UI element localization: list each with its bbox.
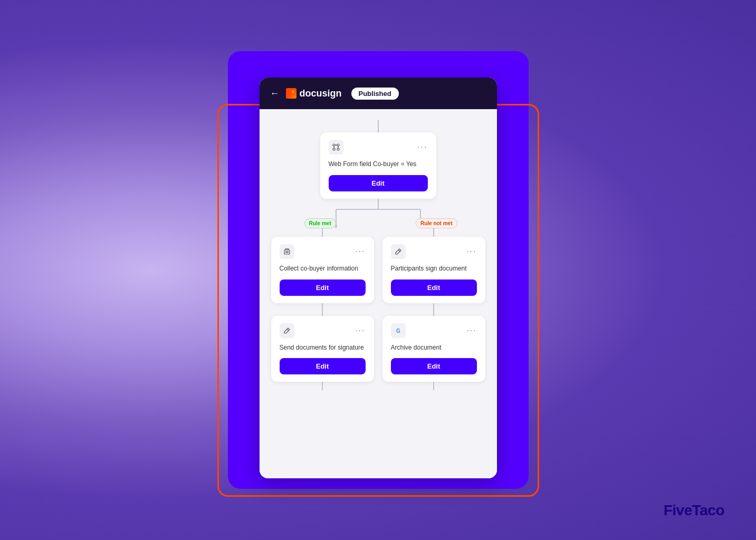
collect-more-button[interactable]: ···	[355, 247, 365, 256]
archive-doc-edit-button[interactable]: Edit	[391, 358, 477, 374]
app-name: docusign	[300, 88, 342, 99]
participants-sign-label: Participants sign document	[391, 264, 477, 273]
svg-line-22	[398, 250, 400, 252]
outer-card: ← docusign Published	[228, 51, 529, 489]
left-bottom-connector	[322, 382, 323, 390]
send-documents-card: ··· Send documents for signature Edit	[271, 316, 374, 382]
right-branch: ··· Participants sign document Edit	[382, 228, 485, 316]
fivetaco-brand: FiveTaco	[664, 502, 724, 519]
collect-cobuyer-card: ··· Collect co-buyer information Edit	[271, 237, 374, 303]
top-connector	[378, 120, 379, 132]
collect-cobuyer-label: Collect co-buyer information	[280, 264, 366, 273]
collect-cobuyer-edit-button[interactable]: Edit	[280, 279, 366, 296]
right-mid-connector	[433, 303, 434, 316]
left-mid-connector	[322, 303, 323, 316]
condition-icon	[329, 140, 343, 155]
status-badge: Published	[351, 88, 399, 100]
condition-more-button[interactable]: ···	[417, 142, 427, 152]
svg-rect-0	[288, 90, 291, 97]
branch-row-2: ··· Send documents for signature Edit	[267, 316, 489, 391]
archive-more-button[interactable]: ···	[466, 326, 476, 335]
right-bottom-connector	[433, 382, 434, 390]
right-branch-2: G ··· Archive document Edit	[382, 316, 485, 391]
archive-doc-label: Archive document	[391, 343, 477, 352]
participants-more-button[interactable]: ···	[466, 247, 476, 256]
pen-icon-2	[280, 323, 294, 338]
fork-connector: Rule met Rule not met	[294, 199, 463, 228]
google-icon: G	[391, 323, 406, 338]
docusign-icon	[286, 88, 296, 99]
rule-met-badge: Rule met	[304, 218, 336, 228]
app-header: ← docusign Published	[260, 78, 497, 109]
left-branch-2: ··· Send documents for signature Edit	[271, 316, 374, 391]
rule-not-met-badge: Rule not met	[416, 218, 457, 228]
pen-icon-1	[391, 244, 406, 259]
trash-icon	[280, 244, 294, 259]
main-card: ← docusign Published	[260, 78, 497, 478]
branch-row-1: ··· Collect co-buyer information Edit	[267, 228, 489, 316]
send-docs-edit-button[interactable]: Edit	[280, 358, 366, 374]
participants-sign-card: ··· Participants sign document Edit	[382, 237, 485, 303]
send-docs-label: Send documents for signature	[280, 343, 366, 352]
svg-line-23	[287, 329, 289, 331]
svg-text:G: G	[396, 328, 400, 334]
condition-edit-button[interactable]: Edit	[329, 175, 428, 191]
back-button[interactable]: ←	[270, 88, 280, 99]
send-docs-more-button[interactable]: ···	[355, 326, 365, 335]
svg-point-3	[337, 144, 339, 146]
svg-point-5	[337, 148, 339, 150]
svg-point-2	[333, 144, 335, 146]
condition-card: ··· Web Form field Co-buyer = Yes Edit	[320, 132, 436, 199]
right-top-connector	[433, 228, 434, 237]
left-top-connector	[322, 228, 323, 237]
flow-canvas: ··· Web Form field Co-buyer = Yes Edit	[260, 109, 497, 478]
svg-point-4	[333, 148, 335, 150]
svg-rect-1	[292, 90, 294, 93]
left-branch: ··· Collect co-buyer information Edit	[271, 228, 374, 316]
condition-label: Web Form field Co-buyer = Yes	[329, 160, 428, 169]
docusign-logo: docusign	[286, 88, 342, 99]
archive-document-card: G ··· Archive document Edit	[382, 316, 485, 382]
participants-sign-edit-button[interactable]: Edit	[391, 279, 477, 296]
